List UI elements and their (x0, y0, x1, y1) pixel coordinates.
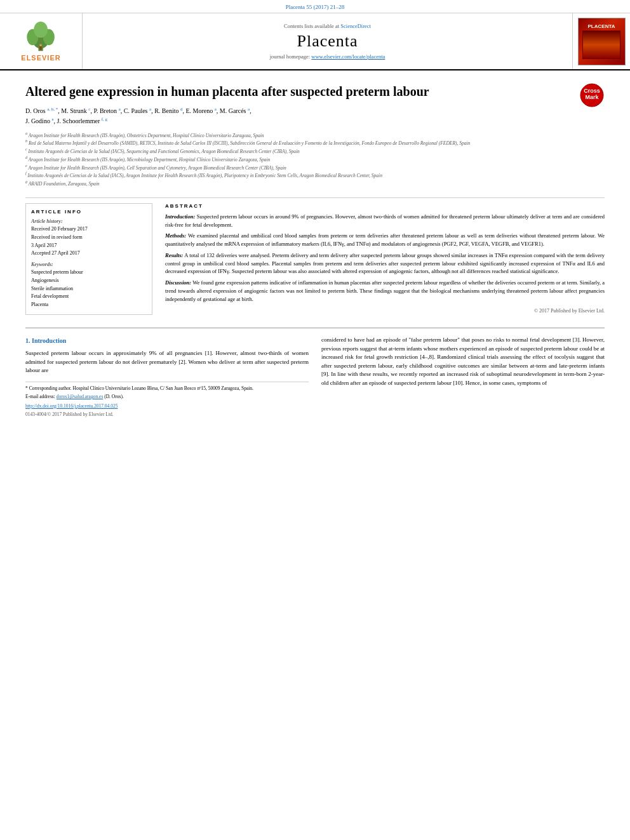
journal-homepage: journal homepage: www.elsevier.com/locat… (270, 53, 385, 60)
svg-point-4 (34, 22, 48, 37)
revised-label: Received in revised form (31, 234, 147, 242)
discussion-text: We found gene expression patterns indica… (165, 279, 605, 302)
abstract-discussion: Discussion: We found gene expression pat… (165, 279, 605, 303)
article-info-header: ARTICLE INFO (31, 209, 147, 215)
intro-body-left: Suspected preterm labour occurs in appro… (25, 349, 309, 375)
abstract-results: Results: A total of 132 deliveries were … (165, 251, 605, 276)
article-info-column: ARTICLE INFO Article history: Received 2… (25, 203, 152, 320)
affiliation-e: e Aragon Institute for Health Research (… (25, 163, 573, 171)
article-title-section: Altered gene expression in human placent… (25, 83, 605, 192)
keyword-2: Angiogenesis (31, 277, 147, 285)
intro-para-1: Suspected preterm labour occurs in appro… (25, 349, 309, 375)
affiliations: a Aragon Institute for Health Research (… (25, 131, 573, 187)
footnotes: * Corresponding author. Hospital Clínico… (25, 382, 309, 418)
intro-col-right: considered to have had an episode of "fa… (321, 336, 605, 418)
abstract-header: ABSTRACT (165, 203, 605, 209)
intro-text: Suspected preterm labour occurs in aroun… (165, 213, 605, 228)
results-label: Results: (165, 252, 183, 258)
affiliation-d: d Aragon Institute for Health Research (… (25, 155, 573, 163)
main-content: Altered gene expression in human placent… (0, 70, 630, 424)
keywords-list: Suspected preterm labour Angiogenesis St… (31, 269, 147, 309)
journal-title-banner: Placenta (297, 32, 358, 51)
article-title-area: Altered gene expression in human placent… (25, 83, 573, 192)
homepage-link[interactable]: www.elsevier.com/locate/placenta (311, 53, 385, 60)
elsevier-text: ELSEVIER (21, 54, 60, 62)
methods-text: We examined placental and umbilical cord… (165, 232, 605, 247)
intro-label: Introduction: (165, 213, 195, 220)
article-info-box: ARTICLE INFO Article history: Received 2… (25, 203, 152, 315)
affiliation-f: f Instituto Aragonés de Ciencias de la S… (25, 171, 573, 179)
journal-title-area: Contents lists available at ScienceDirec… (83, 13, 573, 69)
citation-text: Placenta 55 (2017) 21–28 (286, 4, 345, 10)
abstract-text: Introduction: Suspected preterm labour o… (165, 213, 605, 303)
svg-text:Cross: Cross (584, 88, 600, 94)
svg-rect-6 (39, 46, 42, 50)
keywords-label: Keywords: (31, 262, 147, 267)
crossmark-icon: Cross Mark (580, 83, 604, 107)
revised-date: 3 April 2017 (31, 242, 147, 250)
abstract-methods: Methods: We examined placental and umbil… (165, 232, 605, 248)
info-abstract-section: ARTICLE INFO Article history: Received 2… (25, 203, 605, 320)
footnote-email: E-mail address: doros1@salud.aragon.es (… (25, 394, 309, 401)
intro-body-right: considered to have had an episode of "fa… (321, 336, 605, 387)
affiliation-g: g ARAID Foundation, Zaragoza, Spain (25, 179, 573, 187)
doi-link[interactable]: http://dx.doi.org/10.1016/j.placenta.201… (25, 403, 117, 409)
svg-text:Mark: Mark (585, 94, 599, 100)
svg-point-5 (39, 44, 42, 46)
article-history-items: Received 20 February 2017 Received in re… (31, 225, 147, 258)
keyword-3: Sterile inflammation (31, 285, 147, 293)
article-title: Altered gene expression in human placent… (25, 83, 573, 100)
abstract-column: ABSTRACT Introduction: Suspected preterm… (165, 203, 605, 320)
cover-text: PLACENTA (588, 23, 615, 29)
intro-section-title: 1. Introduction (25, 336, 309, 345)
journal-citation: Placenta 55 (2017) 21–28 (0, 0, 630, 13)
copyright-line: © 2017 Published by Elsevier Ltd. (165, 308, 605, 314)
section-divider-1 (25, 197, 605, 198)
page-wrapper: Placenta 55 (2017) 21–28 ELSEVIER (0, 0, 630, 840)
article-history-label: Article history: (31, 218, 147, 224)
elsevier-tree-icon (16, 21, 67, 53)
sciencedirect-link[interactable]: ScienceDirect (340, 23, 371, 29)
journal-cover-image: PLACENTA (578, 18, 626, 65)
methods-label: Methods: (165, 232, 186, 239)
affiliation-a: a Aragon Institute for Health Research (… (25, 131, 573, 139)
abstract-intro: Introduction: Suspected preterm labour o… (165, 213, 605, 229)
affiliation-b: b Red de Salud Materno Infantil y del De… (25, 138, 573, 147)
crossmark-area: Cross Mark (579, 83, 605, 192)
contents-line: Contents lists available at ScienceDirec… (284, 23, 371, 29)
keyword-4: Fetal development (31, 293, 147, 301)
received-date: Received 20 February 2017 (31, 225, 147, 234)
doi-line: http://dx.doi.org/10.1016/j.placenta.201… (25, 403, 309, 410)
intro-para-2: considered to have had an episode of "fa… (321, 336, 605, 387)
discussion-label: Discussion: (165, 279, 191, 286)
footnote-corresponding: * Corresponding author. Hospital Clínico… (25, 385, 309, 392)
keyword-5: Placenta (31, 301, 147, 309)
issn-line: 0143-4004/© 2017 Published by Elsevier L… (25, 411, 309, 418)
authors-line: D. Oros a, b, *, M. Strunk c, P. Breton … (25, 106, 573, 127)
elsevier-logo-area: ELSEVIER (0, 13, 83, 69)
results-text: A total of 132 deliveries were analysed.… (165, 252, 605, 275)
affiliation-c: c Instituto Aragonés de Ciencias de la S… (25, 147, 573, 155)
elsevier-logo: ELSEVIER (16, 21, 67, 62)
email-link[interactable]: doros1@salud.aragon.es (57, 394, 104, 399)
section-divider-2 (25, 328, 605, 328)
accepted-date: Accepted 27 April 2017 (31, 250, 147, 258)
journal-cover-area: PLACENTA (573, 13, 630, 69)
intro-col-left: 1. Introduction Suspected preterm labour… (25, 336, 309, 418)
keyword-1: Suspected preterm labour (31, 269, 147, 277)
journal-banner: ELSEVIER Contents lists available at Sci… (0, 13, 630, 70)
introduction-section: 1. Introduction Suspected preterm labour… (25, 336, 605, 418)
